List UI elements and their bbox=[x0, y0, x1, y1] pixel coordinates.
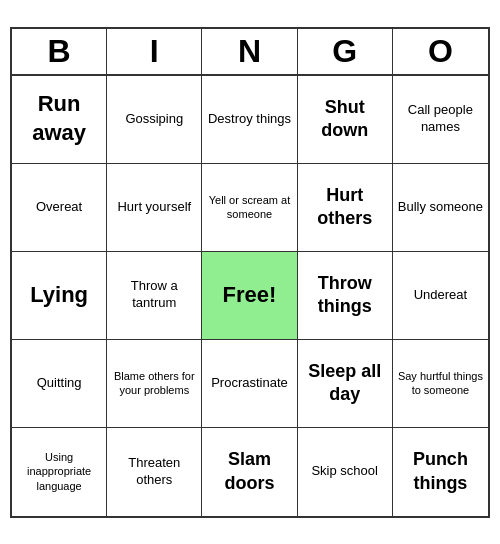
bingo-cell-0: Run away bbox=[12, 76, 107, 164]
bingo-card: BINGO Run awayGossipingDestroy thingsShu… bbox=[10, 27, 490, 518]
bingo-cell-21: Threaten others bbox=[107, 428, 202, 516]
bingo-cell-24: Punch things bbox=[393, 428, 488, 516]
header-letter-n: N bbox=[202, 29, 297, 74]
bingo-grid: Run awayGossipingDestroy thingsShut down… bbox=[12, 76, 488, 516]
bingo-cell-16: Blame others for your problems bbox=[107, 340, 202, 428]
bingo-cell-15: Quitting bbox=[12, 340, 107, 428]
bingo-cell-14: Undereat bbox=[393, 252, 488, 340]
bingo-cell-6: Hurt yourself bbox=[107, 164, 202, 252]
bingo-cell-7: Yell or scream at someone bbox=[202, 164, 297, 252]
bingo-cell-4: Call people names bbox=[393, 76, 488, 164]
bingo-cell-13: Throw things bbox=[298, 252, 393, 340]
header-letter-g: G bbox=[298, 29, 393, 74]
bingo-header: BINGO bbox=[12, 29, 488, 76]
bingo-cell-22: Slam doors bbox=[202, 428, 297, 516]
bingo-cell-2: Destroy things bbox=[202, 76, 297, 164]
header-letter-o: O bbox=[393, 29, 488, 74]
bingo-cell-10: Lying bbox=[12, 252, 107, 340]
bingo-cell-23: Skip school bbox=[298, 428, 393, 516]
bingo-cell-12: Free! bbox=[202, 252, 297, 340]
bingo-cell-8: Hurt others bbox=[298, 164, 393, 252]
bingo-cell-11: Throw a tantrum bbox=[107, 252, 202, 340]
bingo-cell-5: Overeat bbox=[12, 164, 107, 252]
bingo-cell-3: Shut down bbox=[298, 76, 393, 164]
bingo-cell-17: Procrastinate bbox=[202, 340, 297, 428]
header-letter-b: B bbox=[12, 29, 107, 74]
bingo-cell-18: Sleep all day bbox=[298, 340, 393, 428]
bingo-cell-1: Gossiping bbox=[107, 76, 202, 164]
bingo-cell-9: Bully someone bbox=[393, 164, 488, 252]
header-letter-i: I bbox=[107, 29, 202, 74]
bingo-cell-19: Say hurtful things to someone bbox=[393, 340, 488, 428]
bingo-cell-20: Using inappropriate language bbox=[12, 428, 107, 516]
